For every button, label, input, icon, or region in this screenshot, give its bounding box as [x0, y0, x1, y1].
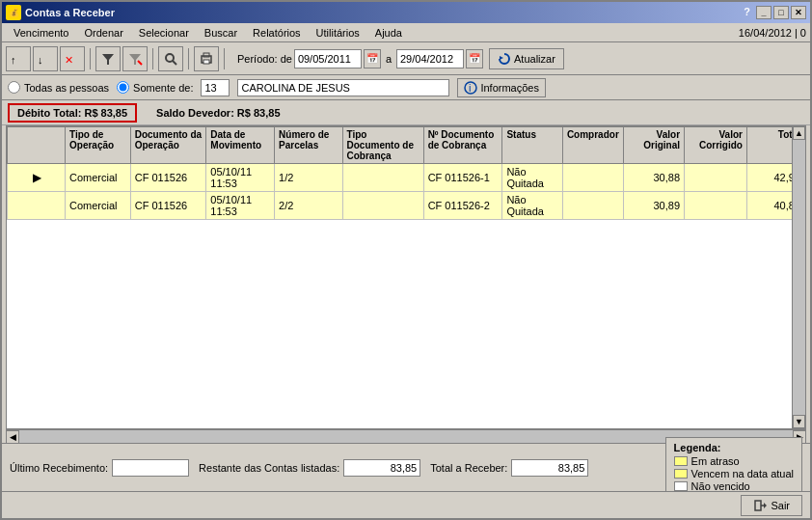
close-btn[interactable]: ✕: [791, 6, 806, 19]
title-bar: 💰 Contas a Receber ? _ □ ✕: [2, 2, 810, 23]
minimize-btn[interactable]: _: [756, 6, 771, 19]
menu-ajuda[interactable]: Ajuda: [367, 25, 410, 41]
total-label: Total a Receber:: [430, 462, 507, 474]
menu-vencimento[interactable]: Vencimento: [6, 25, 76, 41]
sort-desc-btn[interactable]: ↓: [33, 46, 58, 71]
menu-selecionar[interactable]: Selecionar: [131, 25, 197, 41]
summary-row: Débito Total: R$ 83,85 Saldo Devedor: R$…: [2, 100, 810, 125]
delete-btn[interactable]: ✕: [60, 46, 85, 71]
date-to-input[interactable]: [396, 49, 464, 68]
svg-marker-3: [102, 54, 114, 65]
period-separator: a: [386, 53, 392, 65]
svg-line-5: [138, 61, 142, 65]
date-display: 16/04/2012 | 0: [739, 27, 806, 39]
date-from-input[interactable]: [294, 49, 362, 68]
scroll-up-btn[interactable]: ▲: [793, 126, 805, 140]
ultimo-recebimento-field: Último Recebimento:: [10, 459, 189, 477]
svg-marker-11: [500, 56, 503, 60]
table-row[interactable]: ▶ComercialCF 01152605/10/11 11:531/2CF 0…: [8, 164, 805, 192]
col-status[interactable]: Status: [502, 127, 562, 164]
filter-clear-btn[interactable]: [122, 46, 148, 71]
bottom-bar: Último Recebimento: Restante das Contas …: [2, 443, 810, 491]
todas-radio-group[interactable]: Todas as pessoas: [8, 81, 109, 94]
name-input[interactable]: [237, 79, 449, 96]
scroll-left-btn[interactable]: ◀: [6, 430, 19, 444]
cal-from-btn[interactable]: 📅: [364, 49, 381, 68]
col-num-cob[interactable]: Nº Documento de Cobrança: [423, 127, 502, 164]
todas-radio[interactable]: [8, 81, 20, 94]
col-tipo-operacao[interactable]: Tipo de Operação: [66, 127, 131, 164]
ultimo-label: Último Recebimento:: [10, 462, 108, 474]
window-title: Contas a Receber: [25, 7, 115, 18]
period-label: Período: de: [237, 53, 292, 65]
restante-input[interactable]: [343, 459, 420, 477]
svg-point-6: [166, 54, 174, 62]
table-row[interactable]: ComercialCF 01152605/10/11 11:532/2CF 01…: [8, 192, 805, 220]
help-btn: ?: [744, 6, 750, 19]
saldo-devedor-label: Saldo Devedor: R$ 83,85: [156, 107, 280, 119]
table-header-row: Tipo de Operação Documento da Operação D…: [8, 127, 805, 164]
legend-item-atraso: Em atraso: [674, 455, 794, 467]
todas-label: Todas as pessoas: [24, 82, 109, 94]
svg-rect-14: [755, 501, 761, 510]
cal-to-btn[interactable]: 📅: [466, 49, 483, 68]
app-icon: 💰: [6, 5, 21, 20]
title-controls[interactable]: ? _ □ ✕: [744, 6, 806, 19]
restante-label: Restante das Contas listadas:: [199, 462, 339, 474]
vertical-scrollbar[interactable]: ▲ ▼: [792, 126, 805, 428]
print-btn[interactable]: [194, 46, 219, 71]
menu-relatorios[interactable]: Relatórios: [245, 25, 309, 41]
legend-box: Legenda: Em atraso Vencem na data atual …: [665, 437, 802, 498]
col-valor-corrigido[interactable]: Valor Corrigido: [685, 127, 747, 164]
atualizar-button[interactable]: Atualizar: [489, 48, 564, 69]
data-table: Tipo de Operação Documento da Operação D…: [7, 126, 805, 220]
legend-item-atual: Vencem na data atual: [674, 468, 794, 479]
menu-buscar[interactable]: Buscar: [197, 25, 245, 41]
sort-asc-btn[interactable]: ↑: [6, 46, 31, 71]
col-indicator: [8, 127, 66, 164]
sep3: [188, 48, 189, 69]
legend-color-atual: [674, 469, 688, 479]
sair-button[interactable]: Sair: [741, 495, 802, 516]
legend-title: Legenda:: [674, 442, 794, 453]
search-btn[interactable]: [158, 46, 183, 71]
sep1: [90, 48, 91, 69]
toolbar: ↑ ↓ ✕: [2, 42, 810, 75]
legend-label-atual: Vencem na data atual: [691, 468, 794, 479]
somente-radio-group[interactable]: Somente de:: [117, 81, 193, 94]
maximize-btn[interactable]: □: [773, 6, 789, 19]
col-valor-original[interactable]: Valor Original: [623, 127, 684, 164]
scroll-down-btn[interactable]: ▼: [793, 415, 805, 428]
scroll-track[interactable]: [793, 140, 805, 415]
svg-rect-10: [203, 60, 209, 64]
col-comprador[interactable]: Comprador: [562, 127, 623, 164]
debito-total-box: Débito Total: R$ 83,85: [8, 103, 137, 123]
sep4: [224, 48, 225, 69]
exit-bar: Sair: [2, 491, 810, 518]
menu-ordenar[interactable]: Ordenar: [76, 25, 130, 41]
col-parcelas[interactable]: Número de Parcelas: [275, 127, 342, 164]
informacoes-button[interactable]: i Informações: [457, 78, 546, 97]
table-scroll[interactable]: Tipo de Operação Documento da Operação D…: [7, 126, 805, 428]
debito-total-label: Débito Total: R$ 83,85: [17, 107, 127, 119]
somente-radio[interactable]: [117, 81, 129, 94]
total-input[interactable]: [511, 459, 588, 477]
svg-line-7: [173, 61, 176, 65]
legend-color-atraso: [674, 456, 688, 466]
legend-label-atraso: Em atraso: [691, 455, 740, 467]
legend-color-nao-vencido: [674, 481, 688, 491]
sair-label: Sair: [771, 500, 790, 511]
col-tipo-cob[interactable]: Tipo Documento de Cobrança: [342, 127, 423, 164]
filter-btn[interactable]: [95, 46, 121, 71]
col-documento[interactable]: Documento da Operação: [130, 127, 206, 164]
sep2: [152, 48, 153, 69]
main-window: 💰 Contas a Receber ? _ □ ✕ Vencimento Or…: [0, 0, 812, 520]
svg-marker-16: [764, 503, 767, 508]
somente-value-input[interactable]: [201, 79, 230, 96]
col-data[interactable]: Data de Movimento: [206, 127, 275, 164]
svg-text:✕: ✕: [65, 54, 73, 66]
menu-utilitarios[interactable]: Utilitários: [309, 25, 367, 41]
menu-bar: Vencimento Ordenar Selecionar Buscar Rel…: [2, 23, 810, 42]
ultimo-input[interactable]: [112, 459, 189, 477]
svg-text:↓: ↓: [38, 54, 43, 66]
